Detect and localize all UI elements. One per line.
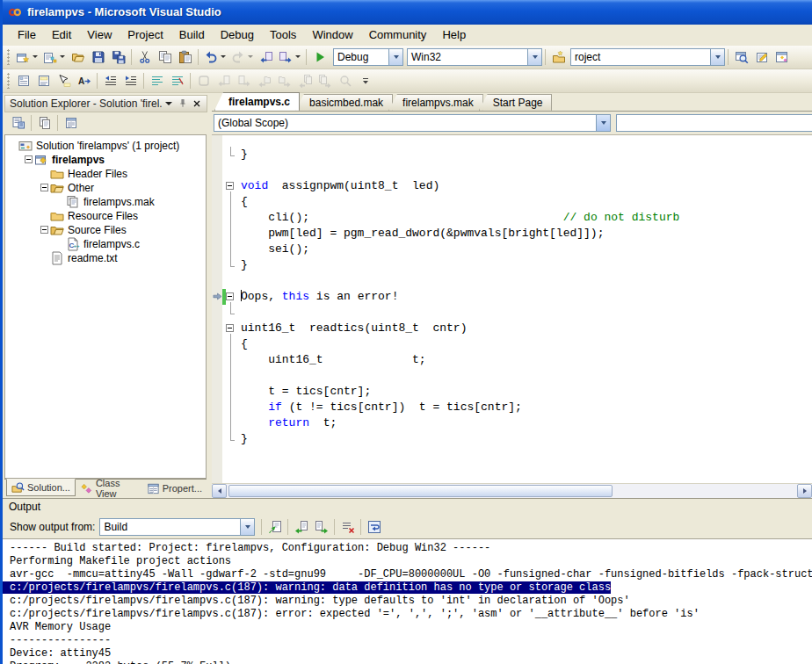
document-tab-firelampvs-c[interactable]: firelampvs.c <box>214 92 300 111</box>
text-editor-toolbar: A <box>3 69 812 93</box>
output-line[interactable]: c:/projects/firelampvs/firelampvs.c(187)… <box>10 608 812 621</box>
chevron-down-icon[interactable] <box>240 519 254 535</box>
chevron-down-icon[interactable] <box>527 49 541 65</box>
document-tab-firelampvs-mak[interactable]: firelampvs.mak <box>388 94 483 111</box>
output-line[interactable]: c:/projects/firelampvs/firelampvs.c(187)… <box>10 595 812 608</box>
auto-hide-pin-button[interactable] <box>176 97 190 110</box>
tree-item-header-files[interactable]: Header Files <box>5 167 206 181</box>
tree-item-other[interactable]: Other <box>5 181 206 195</box>
increase-indent-button[interactable] <box>120 71 141 90</box>
member-list-button[interactable] <box>13 71 33 90</box>
chevron-down-icon[interactable] <box>388 49 402 65</box>
menu-edit[interactable]: Edit <box>44 25 79 44</box>
output-line[interactable]: avr-gcc -mmcu=attiny45 -Wall -gdwarf-2 -… <box>10 568 812 581</box>
document-tab-basicmbed-mak[interactable]: basicmbed.mak <box>295 94 393 111</box>
properties-button[interactable] <box>61 113 81 133</box>
tree-item-solution-firelampvs-1-project[interactable]: Solution 'firelampvs' (1 project) <box>5 139 206 153</box>
menu-project[interactable]: Project <box>120 25 170 44</box>
add-item-button[interactable] <box>40 47 68 67</box>
quick-info-button[interactable] <box>54 71 74 90</box>
fold-collapse-box[interactable] <box>226 289 236 305</box>
open-file-button[interactable] <box>68 47 88 67</box>
edit-task-list-button[interactable] <box>751 47 772 67</box>
save-button[interactable] <box>88 47 108 67</box>
paste-button[interactable] <box>175 47 195 67</box>
decrease-indent-button[interactable] <box>100 71 120 90</box>
complete-word-button[interactable]: A <box>74 71 94 90</box>
output-line[interactable]: Program: 2282 bytes (55.7% Full) <box>10 660 812 664</box>
toolbar-grip[interactable] <box>7 49 11 65</box>
panel-tab-solution[interactable]: Solution... <box>6 479 76 496</box>
panel-tab-class-view[interactable]: Class View <box>76 480 142 497</box>
tree-item-firelampvs[interactable]: firelampvs <box>5 153 206 167</box>
members-combo[interactable] <box>616 114 812 132</box>
tree-item-source-files[interactable]: Source Files <box>5 223 206 237</box>
find-combo[interactable]: roject <box>570 48 725 66</box>
output-log[interactable]: ------ Build started: Project: firelampv… <box>3 538 812 664</box>
document-tab-start-page[interactable]: Start Page <box>479 94 553 111</box>
cut-button[interactable] <box>134 47 155 67</box>
next-message-button[interactable] <box>311 517 331 537</box>
menu-window[interactable]: Window <box>304 25 360 44</box>
types-scope-combo[interactable]: (Global Scope) <box>214 114 611 132</box>
code-editor[interactable]: }void assignpwm(uint8_t led){ cli(); // … <box>212 135 812 483</box>
uncomment-selection-button[interactable] <box>167 71 187 90</box>
navigate-backward-button[interactable] <box>256 47 276 67</box>
collapse-expander[interactable] <box>39 226 50 234</box>
solution-configuration-combo[interactable]: Debug <box>333 48 403 66</box>
output-line[interactable]: Performing Makefile project actions <box>10 555 812 568</box>
solution-tree[interactable]: Solution 'firelampvs' (1 project)firelam… <box>4 134 207 479</box>
start-debug-button[interactable] <box>309 47 330 67</box>
tree-item-readme-txt[interactable]: readme.txt <box>5 251 206 265</box>
find-symbol-button[interactable] <box>731 47 751 67</box>
tree-item-firelampvs-mak[interactable]: firelampvs.mak <box>5 195 206 209</box>
scroll-left-button[interactable] <box>212 484 227 498</box>
collapse-expander[interactable] <box>23 155 34 163</box>
code-view-button[interactable] <box>8 113 28 133</box>
document-tab-label: basicmbed.mak <box>309 97 383 109</box>
undo-button[interactable] <box>201 47 228 67</box>
toolbar-grip[interactable] <box>7 73 11 89</box>
menu-help[interactable]: Help <box>434 25 474 44</box>
copy-button[interactable] <box>155 47 175 67</box>
chevron-down-icon[interactable] <box>596 115 610 131</box>
toggle-word-wrap-button[interactable] <box>364 517 384 537</box>
panel-tab-propert[interactable]: Propert... <box>142 480 207 497</box>
fold-margin <box>226 431 236 447</box>
scroll-right-button[interactable] <box>797 484 812 498</box>
save-all-button[interactable] <box>108 47 128 67</box>
toolbar-options-button[interactable] <box>355 71 375 90</box>
menu-debug[interactable]: Debug <box>213 25 262 44</box>
menu-tools[interactable]: Tools <box>262 25 304 44</box>
class-diagram-button[interactable] <box>772 47 792 67</box>
new-project-button[interactable] <box>13 47 40 67</box>
previous-message-button[interactable] <box>291 517 311 537</box>
goto-source-button[interactable] <box>265 517 285 537</box>
collapse-expander[interactable] <box>39 184 50 191</box>
close-button[interactable] <box>190 97 204 110</box>
clear-all-button[interactable] <box>337 517 358 537</box>
output-line[interactable]: c:/projects/firelampvs/firelampvs.c(187)… <box>10 581 812 595</box>
solution-platform-combo[interactable]: Win32 <box>407 48 542 66</box>
comment-selection-button[interactable] <box>147 71 167 90</box>
output-line[interactable]: ---------------- <box>10 634 812 647</box>
window-position-button[interactable] <box>162 97 176 110</box>
output-source-combo[interactable]: Build <box>99 518 255 536</box>
show-all-files-button[interactable] <box>34 113 54 133</box>
tree-item-firelampvs-c[interactable]: C++firelampvs.c <box>5 237 206 251</box>
output-line[interactable]: AVR Memory Usage <box>10 621 812 634</box>
menu-file[interactable]: File <box>10 25 44 44</box>
fold-collapse-box[interactable] <box>226 178 236 194</box>
menu-build[interactable]: Build <box>171 25 213 44</box>
find-in-files-button[interactable] <box>548 47 569 67</box>
scrollbar-thumb[interactable] <box>228 485 613 497</box>
menu-community[interactable]: Community <box>361 25 435 44</box>
parameter-info-button[interactable] <box>33 71 54 90</box>
tree-item-resource-files[interactable]: Resource Files <box>5 209 206 223</box>
output-line[interactable]: Device: attiny45 <box>10 647 812 660</box>
navigate-forward-button[interactable] <box>276 47 303 67</box>
menu-view[interactable]: View <box>79 25 120 44</box>
fold-collapse-box[interactable] <box>226 321 236 336</box>
output-line[interactable]: ------ Build started: Project: firelampv… <box>10 542 812 555</box>
chevron-down-icon[interactable] <box>710 49 724 65</box>
